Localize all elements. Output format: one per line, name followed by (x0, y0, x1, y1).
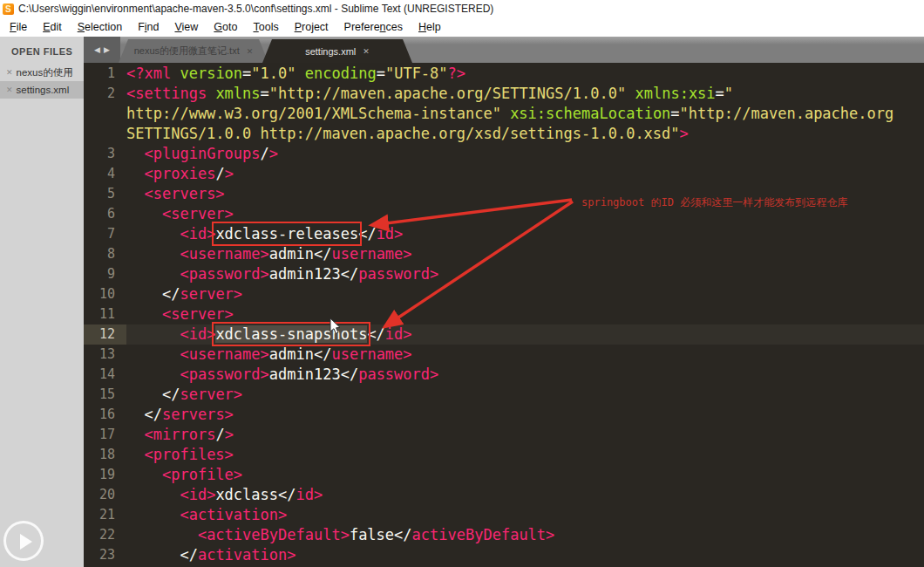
code-line-6[interactable]: 6 <server> (84, 204, 924, 224)
tab-next-icon[interactable]: ▶ (104, 45, 110, 54)
code-token: admin (269, 245, 314, 263)
code-text: <pluginGroups/> (126, 144, 924, 164)
open-file-item-1[interactable]: ✕settings.xml (0, 81, 84, 99)
code-line-22[interactable]: 22 <activeByDefault>false</activeByDefau… (84, 525, 924, 545)
menu-item-edit[interactable]: Edit (35, 17, 70, 37)
code-token: <profile> (162, 466, 242, 483)
code-token: ?> (448, 65, 465, 82)
window-title: C:\Users\wiggin\environment\apache-maven… (18, 3, 493, 15)
code-token: <password> (180, 265, 268, 283)
tab-0[interactable]: nexus的便用微直笔记.txt✕ (119, 39, 268, 63)
code-token (126, 506, 180, 523)
code-token: <activation> (180, 506, 287, 523)
line-number: 1 (84, 64, 126, 84)
close-tab-icon[interactable]: ✕ (363, 47, 370, 56)
code-token: "http://maven.apache.org (680, 105, 894, 122)
code-token: </ (341, 365, 358, 383)
code-token (126, 486, 180, 503)
menu-item-tools[interactable]: Tools (245, 17, 286, 37)
code-line-wrap[interactable]: http://www.w3.org/2001/XMLSchema-instanc… (84, 104, 924, 124)
code-text: <server> (126, 304, 924, 324)
open-files-list: ✕nexus的使用✕settings.xml (0, 64, 84, 99)
code-line-8[interactable]: 8 <username>admin</username> (84, 244, 924, 264)
code-line-16[interactable]: 16 </servers> (84, 405, 924, 425)
code-token: <settings (126, 85, 207, 102)
code-line-4[interactable]: 4 <proxies/> (84, 164, 924, 184)
line-number: 16 (84, 405, 126, 425)
code-token: xsi:schemaLocation (510, 105, 670, 122)
line-number: 12 (84, 324, 126, 345)
code-line-13[interactable]: 13 <username>admin</username> (84, 345, 924, 365)
line-number: 2 (84, 84, 126, 104)
code-token: xmlns (215, 85, 260, 102)
code-token (126, 546, 180, 564)
menu-item-goto[interactable]: Goto (206, 17, 245, 37)
code-token: username> (331, 245, 411, 263)
code-token: <id> (180, 225, 215, 243)
menu-item-selection[interactable]: Selection (70, 17, 130, 37)
code-token: <activeByDefault> (198, 526, 350, 543)
code-line-14[interactable]: 14 <password>admin123</password> (84, 365, 924, 385)
code-line-12[interactable]: 12 <id>xdclass-snapshots</id> (84, 324, 924, 345)
code-token (126, 386, 162, 403)
code-line-9[interactable]: 9 <password>admin123</password> (84, 264, 924, 284)
code-line-5[interactable]: 5 <servers> (84, 184, 924, 204)
code-line-2[interactable]: 2<settings xmlns="http://maven.apache.or… (84, 84, 924, 104)
code-line-21[interactable]: 21 <activation> (84, 505, 924, 525)
code-line-7[interactable]: 7 <id>xdclass-releases</id> (84, 224, 924, 244)
menu-item-preferences[interactable]: Preferences (336, 17, 411, 37)
code-token: <server> (162, 205, 234, 222)
code-line-17[interactable]: 17 <mirrors/> (84, 425, 924, 445)
code-token: xdclass (215, 486, 278, 503)
close-file-icon[interactable]: ✕ (6, 68, 13, 77)
code-token: xmlns:xsi (635, 85, 715, 102)
tab-label: nexus的便用微直笔记.txt (134, 44, 240, 58)
line-number: 21 (84, 505, 126, 525)
code-token (126, 305, 162, 323)
code-line-10[interactable]: 10 </server> (84, 284, 924, 304)
code-line-19[interactable]: 19 <profile> (84, 465, 924, 485)
code-text: <settings xmlns="http://maven.apache.org… (126, 84, 924, 104)
close-tab-icon[interactable]: ✕ (247, 47, 254, 56)
code-token: <username> (180, 245, 268, 263)
line-number: 5 (84, 184, 126, 204)
video-play-button[interactable] (3, 521, 44, 561)
code-line-1[interactable]: 1<?xml version="1.0" encoding="UTF-8"?> (84, 64, 924, 84)
code-text: <servers> (126, 184, 924, 204)
tab-prev-icon[interactable]: ◀ (94, 45, 100, 54)
code-token: </ (341, 265, 358, 283)
menu-item-help[interactable]: Help (411, 17, 449, 37)
code-line-15[interactable]: 15 </server> (84, 385, 924, 405)
code-token: </ (144, 406, 161, 423)
code-token: "1.0" (251, 65, 296, 82)
code-token: password> (358, 265, 438, 283)
tab-active-1[interactable]: settings.xml✕ (262, 39, 412, 63)
code-line-20[interactable]: 20 <id>xdclass</id> (84, 485, 924, 505)
code-token: = (242, 65, 251, 82)
menu-item-find[interactable]: Find (130, 17, 166, 37)
menu-item-file[interactable]: File (2, 17, 35, 37)
code-token: encoding (305, 65, 377, 82)
code-token (126, 325, 180, 343)
code-token: activation> (198, 546, 296, 564)
menu-item-view[interactable]: View (166, 17, 206, 37)
code-line-3[interactable]: 3 <pluginGroups/> (84, 144, 924, 164)
code-token (126, 466, 162, 483)
code-line-23[interactable]: 23 </activation> (84, 545, 924, 565)
code-line-11[interactable]: 11 <server> (84, 304, 924, 324)
code-editor[interactable]: 1<?xml version="1.0" encoding="UTF-8"?>2… (84, 63, 924, 567)
code-line-18[interactable]: 18 <profiles> (84, 445, 924, 465)
code-text: <server> (126, 204, 924, 224)
code-text: <username>admin</username> (126, 345, 924, 365)
code-line-wrap[interactable]: SETTINGS/1.0.0 http://maven.apache.org/x… (84, 124, 924, 144)
code-text: <profiles> (126, 445, 924, 465)
menu-item-project[interactable]: Project (287, 17, 336, 37)
code-token (126, 406, 144, 423)
code-token: version (180, 65, 242, 82)
line-number: 6 (84, 204, 126, 224)
code-token: <server> (162, 305, 234, 323)
code-text: <password>admin123</password> (126, 264, 924, 284)
open-file-item-0[interactable]: ✕nexus的使用 (0, 64, 84, 81)
code-token: </ (394, 526, 411, 543)
close-file-icon[interactable]: ✕ (6, 85, 13, 94)
